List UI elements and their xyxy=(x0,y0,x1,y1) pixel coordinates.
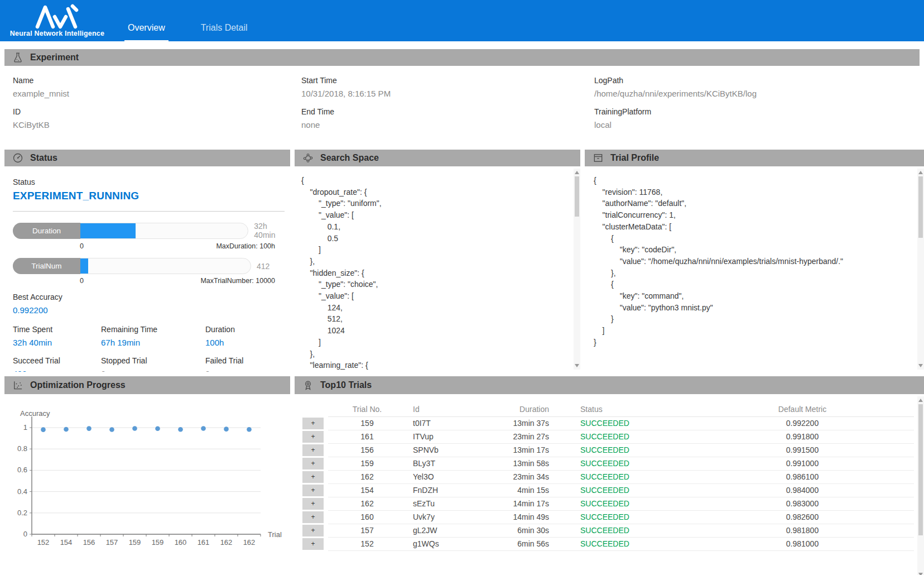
scroll-up-arrow[interactable] xyxy=(918,399,923,402)
scroll-thumb[interactable] xyxy=(575,176,579,217)
start-time-field: Start Time 10/31/2018, 8:16:15 PM xyxy=(301,74,594,102)
scroll-up-arrow[interactable] xyxy=(575,171,579,174)
scroll-down-arrow[interactable] xyxy=(918,573,923,575)
expand-row-button[interactable]: + xyxy=(302,525,324,536)
expand-row-button[interactable]: + xyxy=(302,418,324,429)
svg-text:0.2: 0.2 xyxy=(17,509,27,517)
svg-text:1: 1 xyxy=(23,423,27,432)
scroll-down-arrow[interactable] xyxy=(575,364,579,367)
expand-row-button[interactable]: + xyxy=(302,498,324,510)
scatter-point xyxy=(41,427,46,432)
search-space-scrollbar[interactable] xyxy=(574,169,580,370)
scatter-plot-icon xyxy=(12,380,23,391)
search-space-panel: Search Space { "dropout_rate": { "_type"… xyxy=(295,150,580,372)
scroll-thumb[interactable] xyxy=(918,176,923,238)
trial-id-cell: SPNVb xyxy=(406,443,473,457)
trial-metric-cell: 0.984000 xyxy=(691,483,914,497)
scroll-thumb[interactable] xyxy=(918,404,923,535)
experiment-details: Name example_mnist ID KCiBytKB Start Tim… xyxy=(4,66,920,142)
trial-row: +156SPNVb13min 17sSUCCEEDED0.991500 xyxy=(302,443,918,457)
nni-logo-icon xyxy=(33,3,81,29)
progress-track: TrialNum xyxy=(13,258,251,274)
trial-profile-title: Trial Profile xyxy=(610,153,659,163)
trial-id-cell: g1WQs xyxy=(406,537,473,550)
optimization-progress-panel: Optimization Progress 00.20.40.60.811521… xyxy=(4,376,290,575)
divider xyxy=(13,211,285,212)
field-label: ID xyxy=(13,105,301,119)
top10-scrollbar[interactable] xyxy=(917,396,924,575)
field-value: KCiBytKB xyxy=(13,119,301,133)
trial-row: +162Yel3O23min 34sSUCCEEDED0.986100 xyxy=(302,470,918,483)
trial-metric-cell: 0.981000 xyxy=(691,537,914,550)
trial-duration-cell: 13min 58s xyxy=(473,457,557,470)
trial-id-cell: BLy3T xyxy=(406,457,473,470)
experiment-name-field: Name example_mnist xyxy=(13,74,301,102)
svg-text:0.6: 0.6 xyxy=(17,466,27,474)
field-label: End Time xyxy=(301,105,594,119)
progress-value: 412 xyxy=(257,262,270,271)
trial-no-cell: 156 xyxy=(328,443,406,457)
expand-row-button[interactable]: + xyxy=(302,538,324,550)
expand-row-button[interactable]: + xyxy=(302,458,324,469)
svg-text:0.4: 0.4 xyxy=(17,487,27,496)
trial-row: +159BLy3T13min 58sSUCCEEDED0.991000 xyxy=(302,457,918,470)
experiment-id-field: ID KCiBytKB xyxy=(13,105,301,133)
expand-row-button[interactable]: + xyxy=(302,471,324,483)
status-label: Status xyxy=(13,178,290,186)
trial-duration-cell: 13min 37s xyxy=(473,416,557,430)
trial-status-cell: SUCCEEDED xyxy=(557,483,691,497)
trial-id-cell: ITVup xyxy=(406,430,473,443)
search-space-title: Search Space xyxy=(320,153,379,163)
scroll-down-arrow[interactable] xyxy=(918,364,923,367)
medal-icon xyxy=(302,380,314,391)
scatter-point xyxy=(178,427,183,432)
archive-box-icon xyxy=(593,152,604,164)
field-label: TrainingPlatform xyxy=(594,105,920,119)
trial-status-cell: SUCCEEDED xyxy=(557,497,691,510)
tab-overview[interactable]: Overview xyxy=(124,23,169,41)
svg-text:161: 161 xyxy=(198,538,210,547)
logpath-field: LogPath /home/quzha/nni/experiments/KCiB… xyxy=(594,74,920,102)
svg-text:162: 162 xyxy=(220,538,233,547)
expand-row-button[interactable]: + xyxy=(302,444,324,456)
scroll-up-arrow[interactable] xyxy=(918,171,923,174)
stat-time-spent: Time Spent 32h 40min xyxy=(13,325,101,347)
trial-metric-cell: 0.986100 xyxy=(691,470,914,483)
trial-status-cell: SUCCEEDED xyxy=(557,524,691,537)
trial-id-cell: t0I7T xyxy=(406,416,473,430)
optimization-section-header: Optimization Progress xyxy=(4,376,290,394)
svg-text:157: 157 xyxy=(106,538,118,547)
axis-max: MaxTrialNumber: 10000 xyxy=(200,277,275,285)
top10-trials-panel: Top10 Trials Trial No. Id Duration Statu… xyxy=(295,376,924,575)
expand-row-button[interactable]: + xyxy=(302,431,324,443)
expand-row-button[interactable]: + xyxy=(302,485,324,496)
trial-no-cell: 162 xyxy=(328,470,406,483)
status-title: Status xyxy=(30,153,57,163)
expand-column-header xyxy=(302,402,328,416)
svg-text:162: 162 xyxy=(243,538,256,547)
brand-text: Neural Network Intelligence xyxy=(10,30,104,37)
column-duration: Duration xyxy=(473,402,557,416)
svg-text:0.8: 0.8 xyxy=(17,444,27,453)
trial-no-cell: 152 xyxy=(328,537,406,550)
trial-profile-scrollbar[interactable] xyxy=(917,169,924,370)
column-id: Id xyxy=(406,402,473,416)
stat-succeed-trial: Succeed Trial 403 xyxy=(13,356,101,372)
trial-id-cell: sEzTu xyxy=(406,497,473,510)
tab-trials-detail[interactable]: Trials Detail xyxy=(198,23,251,41)
duration-progress: Duration 32h 40min xyxy=(13,222,290,239)
scatter-point xyxy=(64,427,69,432)
end-time-field: End Time none xyxy=(301,105,594,133)
field-label: LogPath xyxy=(594,74,920,88)
trial-duration-cell: 14min 49s xyxy=(473,510,557,524)
expand-row-button[interactable]: + xyxy=(302,511,324,523)
field-value: example_mnist xyxy=(13,88,301,102)
trial-duration-cell: 23min 34s xyxy=(473,470,557,483)
search-space-section-header: Search Space xyxy=(295,150,580,166)
training-platform-field: TrainingPlatform local xyxy=(594,105,920,133)
trial-no-cell: 159 xyxy=(328,457,406,470)
trial-row: +161ITVup23min 27sSUCCEEDED0.991800 xyxy=(302,430,918,443)
trial-profile-panel: Trial Profile { "revision": 11768, "auth… xyxy=(585,150,924,372)
experiment-section: Experiment Name example_mnist ID KCiBytK… xyxy=(4,49,920,142)
svg-text:156: 156 xyxy=(83,538,95,547)
